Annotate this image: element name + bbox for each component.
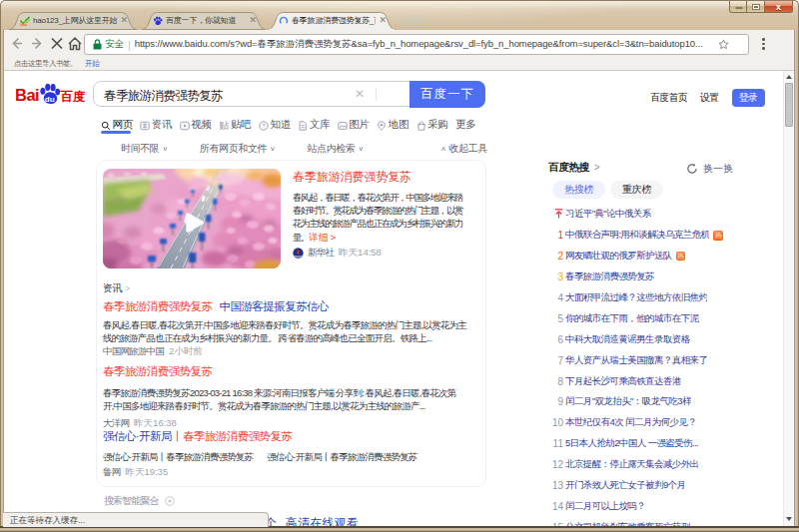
scrollbar[interactable] — [783, 71, 793, 526]
hot-item-text[interactable]: 本世纪仅有4次 闰二月为何少见？ — [565, 416, 696, 429]
tab-news[interactable]: 资讯 — [140, 118, 172, 132]
filter-site[interactable]: 站点内检索∨ — [308, 142, 364, 156]
video-thumbnail[interactable] — [103, 169, 281, 268]
home-button-icon[interactable] — [67, 36, 83, 52]
up-arrow-icon — [786, 75, 792, 79]
tab-caigou[interactable]: 采购 — [416, 118, 448, 132]
hot-item-text[interactable]: 中科大取消造黄谣男生录取资格 — [565, 333, 690, 346]
bookmarks-bar: 点击这里导入书签。 开始 — [1, 57, 798, 71]
hot-list-item[interactable]: 11 5日本人抢劫2中国人 一强盗受伤... — [539, 433, 776, 454]
baidu-home-link[interactable]: 百度首页 — [650, 91, 687, 105]
refresh-icon — [686, 163, 698, 175]
more-link[interactable]: 详细 > — [309, 232, 336, 243]
hot-item-text[interactable]: 闰二月可以上坟吗？ — [565, 500, 645, 513]
browser-menu-icon[interactable] — [762, 38, 765, 52]
address-bar[interactable]: 安全 | https://www.baidu.com/s?wd=春季旅游消费强势… — [84, 34, 749, 55]
hot-list-item[interactable]: 3 春季旅游消费强势复苏 — [539, 266, 776, 287]
filter-time[interactable]: 时间不限∨ — [121, 142, 168, 156]
tab-webpages[interactable]: 网页 — [101, 118, 133, 132]
scrollbar-down-arrow[interactable] — [784, 513, 794, 525]
scrollbar-up-arrow[interactable] — [784, 71, 794, 83]
hot-search-header: 百度热搜> 换一换 — [548, 161, 763, 175]
hot-list-item[interactable]: 2 网友晒壮观的俄罗斯护送队 热 — [539, 246, 776, 266]
hot-item-text[interactable]: 5日本人抢劫2中国人 一强盗受伤... — [565, 437, 698, 450]
login-button[interactable]: 登录 — [732, 89, 765, 107]
stop-button-icon[interactable] — [50, 36, 64, 51]
forward-button-icon[interactable] — [30, 36, 45, 51]
source-name[interactable]: 中国网旅游中国 — [103, 345, 164, 358]
hot-item-text[interactable]: 北京提醒：停止露天集会减少外出 — [565, 458, 699, 471]
hot-refresh-button[interactable]: 换一换 — [686, 162, 733, 176]
settings-link[interactable]: 设置 — [700, 91, 719, 105]
hot-item-text[interactable]: 华人资产从瑞士美国撤离？真相来了 — [565, 354, 707, 367]
hot-list-item[interactable]: 12 北京提醒：停止露天集会减少外出 — [539, 454, 776, 475]
hot-tab-chongqing[interactable]: 重庆榜 — [610, 181, 663, 199]
tab-wenku[interactable]: 文库 — [298, 118, 330, 132]
video-desc-line: 花为主线的旅游产品也正在成为乡村振兴的新力 — [293, 217, 478, 230]
hot-list-item[interactable]: 9 闰二月"双龙抬头"：吸龙气吃3样 — [539, 392, 776, 413]
source-name[interactable]: 鲁网 — [103, 466, 120, 479]
hot-list-item[interactable]: 6 中科大取消造黄谣男生录取资格 — [539, 329, 776, 350]
tab-close-icon[interactable]: ✕ — [379, 16, 387, 25]
tab-images[interactable]: 图片 — [338, 118, 370, 132]
tab-zhidao[interactable]: ? 知道 — [259, 118, 291, 132]
tab-video[interactable]: 视频 — [180, 118, 212, 132]
hot-item-text[interactable]: 中俄联合声明:用和谈解决乌克兰危机 — [565, 229, 709, 242]
bookmarks-start-link[interactable]: 开始 — [85, 57, 100, 70]
hot-rank: 13 — [539, 480, 563, 491]
tab-more[interactable]: 更多 — [455, 118, 476, 132]
hot-item-text[interactable]: 闰二月"双龙抬头"：吸龙气吃3样 — [565, 395, 691, 408]
hot-list-item[interactable]: 10 本世纪仅有4次 闰二月为何少见？ — [539, 412, 776, 433]
filter-scope[interactable]: 所有网页和文件∨ — [200, 142, 276, 156]
video-result-title[interactable]: 春季旅游消费强势复苏 — [293, 169, 411, 186]
search-box[interactable]: 春季旅游消费强势复苏 ✕ 百度一下 — [93, 81, 484, 107]
hot-list-item[interactable]: 7 华人资产从瑞士美国撤离？真相来了 — [539, 350, 776, 371]
scrollbar-thumb[interactable] — [785, 83, 793, 127]
news-result-title[interactable]: 春季旅游消费强势复苏中国游客提振复苏信心 — [103, 299, 329, 314]
bookmark-star-icon[interactable] — [718, 39, 729, 50]
tab-close-icon[interactable]: ✕ — [120, 16, 128, 25]
hot-item-text[interactable]: 下月起长沙可乘高铁直达香港 — [565, 375, 681, 388]
hot-item-text[interactable]: 网友晒壮观的俄罗斯护送队 — [565, 250, 672, 263]
tab-current[interactable]: 春季旅游消费强势复苏_百 ✕ — [267, 12, 397, 30]
tab-tieba[interactable]: 贴贴吧 — [219, 118, 251, 132]
hot-item-text[interactable]: 你的城市在下雨，他的城市在下泥 — [565, 312, 699, 325]
hot-list-item[interactable]: 8 下月起长沙可乘高铁直达香港 — [539, 371, 776, 392]
help-icon[interactable] — [165, 496, 175, 506]
tab-maps[interactable]: 地图 — [377, 118, 408, 132]
clear-search-icon[interactable]: ✕ — [355, 89, 366, 100]
hot-tab-hotlist[interactable]: 热搜榜 — [552, 181, 605, 199]
result3-title[interactable]: 春季旅游消费强势复苏 — [103, 364, 213, 379]
hot-item-text[interactable]: 习近平"典"论中俄关系 — [565, 208, 651, 221]
hot-list-item[interactable]: 13 开门杀致人死亡女子被判9个月 — [539, 475, 776, 496]
news-section-label[interactable]: 资讯> — [103, 281, 130, 295]
hot-item-text[interactable]: 大面积甲流过峰？这些地方依旧焦灼 — [565, 291, 707, 304]
new-tab-button[interactable] — [401, 15, 426, 27]
hot-list-item[interactable]: 15 公交司机急刹车致乘客死亡获刑 — [539, 517, 776, 526]
news-body-line: 线的旅游产品也正在成为乡村振兴的新力量。 跨省春游的高峰也已全面开启。铁路上..… — [103, 331, 480, 344]
hot-list-item[interactable]: 5 你的城市在下雨，他的城市在下泥 — [539, 308, 776, 329]
url-text[interactable]: https://www.baidu.com/s?wd=春季旅游消费强势复苏&sa… — [135, 38, 712, 51]
video-source: 新华社 昨天14:58 — [293, 247, 382, 260]
tab-baidu-home[interactable]: 百度一下，你就知道 ✕ — [141, 12, 267, 30]
source-name[interactable]: 新华社 — [308, 247, 334, 260]
search-input-value[interactable]: 春季旅游消费强势复苏 — [104, 88, 223, 105]
hot-search-title[interactable]: 百度热搜> — [548, 161, 599, 175]
baidu-logo[interactable]: Bai du 百度 — [16, 82, 86, 106]
search-button[interactable]: 百度一下 — [409, 81, 485, 108]
chevron-up-icon: ∧ — [440, 145, 445, 152]
header-links: 百度首页 设置 登录 — [650, 89, 765, 107]
back-button-icon[interactable] — [9, 36, 24, 51]
tab-hao123[interactable]: hao hao123_上网从这里开始 ✕ — [8, 12, 138, 30]
hot-list-item[interactable]: 1 中俄联合声明:用和谈解决乌克兰危机 热 — [539, 225, 776, 246]
hot-rank: 12 — [539, 459, 563, 470]
hot-item-text[interactable]: 春季旅游消费强势复苏 — [565, 270, 654, 283]
fold-tools-button[interactable]: ∧收起工具 — [440, 142, 487, 156]
hot-list-item[interactable]: 14 闰二月可以上坟吗？ — [539, 496, 776, 517]
hot-item-text[interactable]: 开门杀致人死亡女子被判9个月 — [565, 479, 685, 492]
hot-list-item[interactable]: 4 大面积甲流过峰？这些地方依旧焦灼 — [539, 287, 776, 308]
hot-rank: 11 — [539, 438, 563, 449]
tab-close-icon[interactable]: ✕ — [249, 16, 257, 25]
hot-list-item[interactable]: 习近平"典"论中俄关系 — [539, 205, 776, 226]
result4-title[interactable]: 强信心·开新局丨春季旅游消费强势复苏 — [103, 429, 292, 444]
